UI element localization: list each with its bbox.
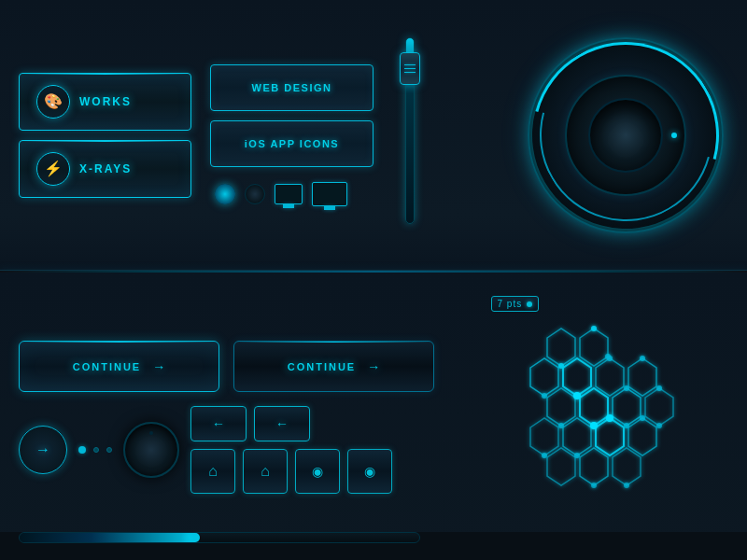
- svg-point-23: [542, 393, 547, 399]
- svg-point-20: [573, 392, 581, 399]
- controls-row: → ← ← ⌂: [19, 406, 458, 494]
- svg-point-32: [542, 453, 547, 458]
- slider-track: [405, 37, 415, 224]
- home-button-1[interactable]: ⌂: [190, 449, 235, 494]
- web-design-button[interactable]: WEB DESIGN: [210, 64, 374, 111]
- svg-point-33: [591, 483, 597, 488]
- dot-2: [106, 447, 112, 453]
- dot-active: [78, 446, 86, 454]
- svg-marker-15: [580, 448, 608, 485]
- hex-grid: [472, 310, 725, 534]
- home-button-2[interactable]: ⌂: [243, 449, 288, 494]
- toggle-off[interactable]: [245, 184, 265, 204]
- back-buttons-row: ← ←: [190, 406, 392, 441]
- dribbble-button-1[interactable]: ◉: [295, 449, 340, 494]
- xrays-label: X-RAYS: [79, 162, 132, 175]
- hex-svg: [472, 310, 725, 534]
- svg-marker-16: [613, 448, 641, 485]
- dribbble-icon-2: ◉: [364, 464, 375, 479]
- palette-icon: 🎨: [36, 85, 70, 119]
- svg-marker-10: [530, 418, 558, 455]
- continue-label-1: CONTINUE: [73, 361, 141, 372]
- small-controls: ← ← ⌂ ⌂ ◉ ◉: [190, 406, 392, 494]
- svg-point-28: [558, 423, 564, 428]
- svg-point-29: [606, 414, 613, 422]
- dial-knob[interactable]: [123, 422, 179, 478]
- toggle-row: [215, 182, 383, 206]
- ios-icons-label: iOS APP ICONS: [245, 138, 339, 149]
- continue-label-2: CONTINUE: [288, 361, 356, 372]
- svg-point-34: [624, 483, 629, 488]
- bottom-left-controls: CONTINUE → CONTINUE → →: [19, 341, 458, 494]
- svg-point-24: [624, 385, 629, 391]
- dots-indicator: [78, 446, 112, 454]
- svg-point-22: [640, 356, 645, 361]
- nav-circle-button[interactable]: →: [19, 426, 67, 474]
- continue-buttons-row: CONTINUE → CONTINUE →: [19, 341, 458, 392]
- svg-point-26: [624, 423, 629, 428]
- slider-thumb[interactable]: [400, 52, 420, 85]
- back-button-1[interactable]: ←: [190, 406, 247, 441]
- svg-point-21: [607, 356, 613, 361]
- works-label: WORKS: [79, 95, 132, 108]
- svg-marker-8: [613, 388, 641, 426]
- dot-1: [93, 447, 99, 453]
- mid-buttons: WEB DESIGN iOS APP ICONS: [210, 64, 378, 167]
- vertical-slider[interactable]: [397, 37, 423, 233]
- pts-dot: [527, 301, 532, 307]
- back-arrow-1: ←: [212, 416, 225, 431]
- dribbble-icon-1: ◉: [312, 464, 323, 479]
- web-design-label: WEB DESIGN: [252, 82, 332, 93]
- home-buttons-row: ⌂ ⌂ ◉ ◉: [190, 449, 392, 494]
- svg-point-31: [574, 453, 580, 458]
- monitor-large-icon[interactable]: [312, 182, 347, 206]
- progress-bar-fill: [20, 533, 200, 542]
- works-button[interactable]: 🎨 WORKS: [19, 73, 191, 131]
- svg-point-35: [656, 423, 662, 428]
- circular-dial[interactable]: [523, 33, 728, 238]
- svg-marker-11: [563, 418, 591, 455]
- slider-line-2: [404, 68, 416, 69]
- svg-marker-1: [580, 329, 608, 366]
- svg-marker-12: [596, 418, 624, 455]
- svg-point-25: [590, 422, 598, 429]
- slider-line-3: [404, 72, 416, 73]
- svg-marker-5: [628, 358, 656, 396]
- svg-marker-0: [547, 329, 575, 366]
- back-arrow-2: ←: [275, 416, 289, 431]
- ios-icons-button[interactable]: iOS APP ICONS: [210, 120, 374, 167]
- dribbble-button-2[interactable]: ◉: [347, 449, 392, 494]
- continue-arrow-2: →: [367, 359, 380, 374]
- continue-button-2[interactable]: CONTINUE →: [233, 341, 434, 392]
- svg-point-17: [558, 363, 564, 369]
- mid-controls: WEB DESIGN iOS APP ICONS: [210, 64, 383, 206]
- slider-line-1: [404, 64, 416, 65]
- monitor-small-icon[interactable]: [275, 184, 303, 204]
- home-icon-1: ⌂: [208, 463, 218, 480]
- nav-arrow-icon: →: [35, 441, 50, 458]
- toggle-on[interactable]: [215, 184, 235, 204]
- svg-marker-6: [547, 388, 575, 426]
- hex-grid-section: 7 pts: [472, 291, 728, 543]
- svg-point-27: [656, 385, 662, 391]
- svg-marker-4: [596, 358, 624, 396]
- svg-point-18: [591, 326, 597, 331]
- progress-section: [0, 532, 747, 560]
- back-button-2[interactable]: ←: [254, 406, 310, 441]
- svg-marker-13: [628, 418, 656, 455]
- svg-marker-7: [580, 388, 608, 426]
- continue-button-1[interactable]: CONTINUE →: [19, 341, 219, 392]
- dial-center-knob: [588, 98, 663, 173]
- top-button-group: 🎨 WORKS ⚡ X-RAYS: [19, 73, 196, 198]
- continue-arrow-1: →: [152, 359, 165, 374]
- progress-bar-container: [19, 532, 420, 543]
- xrays-button[interactable]: ⚡ X-RAYS: [19, 140, 191, 198]
- svg-point-30: [640, 415, 645, 421]
- home-icon-2: ⌂: [261, 463, 270, 480]
- svg-marker-9: [645, 388, 673, 426]
- lightning-icon: ⚡: [36, 152, 70, 186]
- svg-marker-2: [530, 358, 558, 396]
- pts-label: 7 pts: [498, 299, 523, 309]
- progress-glow: [181, 532, 200, 543]
- svg-marker-3: [563, 358, 591, 396]
